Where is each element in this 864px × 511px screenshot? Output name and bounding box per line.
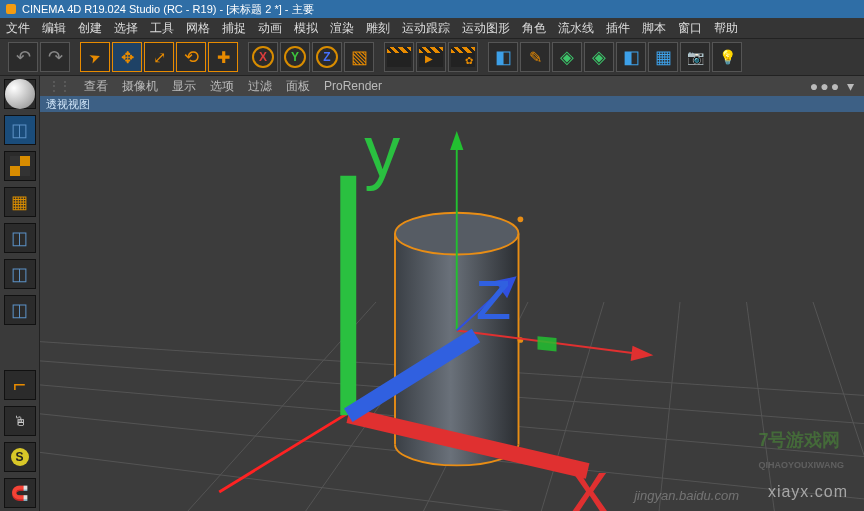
viewport-label: 透视视图: [40, 96, 864, 112]
menu-sculpt[interactable]: 雕刻: [366, 20, 390, 37]
axis-tool-button[interactable]: [4, 370, 36, 400]
light-button[interactable]: [712, 42, 742, 72]
title-text: CINEMA 4D R19.024 Studio (RC - R19) - [未…: [22, 2, 314, 17]
app-icon: [6, 4, 16, 14]
drag-handle-icon: ⋮⋮: [48, 79, 70, 93]
axis-x-icon: X: [252, 46, 274, 68]
render-view-button[interactable]: [384, 42, 414, 72]
menu-character[interactable]: 角色: [522, 20, 546, 37]
menu-script[interactable]: 脚本: [642, 20, 666, 37]
recent-tool[interactable]: [208, 42, 238, 72]
axis-x-toggle[interactable]: X: [248, 42, 278, 72]
viewport-options-icon[interactable]: ●●● ▾: [810, 78, 856, 94]
checker-icon: [10, 156, 30, 176]
vp-filter[interactable]: 过滤: [248, 78, 272, 95]
edge-mode-button[interactable]: [4, 259, 36, 289]
render-settings-button[interactable]: [448, 42, 478, 72]
vp-options[interactable]: 选项: [210, 78, 234, 95]
axis-z-toggle[interactable]: Z: [312, 42, 342, 72]
title-bar: CINEMA 4D R19.024 Studio (RC - R19) - [未…: [0, 0, 864, 18]
viewport-menu-bar: ⋮⋮ 查看 摄像机 显示 选项 过滤 面板 ProRender ●●● ▾: [40, 76, 864, 96]
magnet-button[interactable]: [4, 478, 36, 508]
menu-motiontrack[interactable]: 运动跟踪: [402, 20, 450, 37]
main-toolbar: X Y Z: [0, 38, 864, 76]
generator2-button[interactable]: [584, 42, 614, 72]
vp-camera[interactable]: 摄像机: [122, 78, 158, 95]
menu-create[interactable]: 创建: [78, 20, 102, 37]
model-mode-button[interactable]: [4, 115, 36, 145]
perspective-viewport[interactable]: y x z 7号游戏网 QIHAOYOUXIWANG jingyan.baidu…: [40, 112, 864, 511]
axis-y-toggle[interactable]: Y: [280, 42, 310, 72]
menu-simulate[interactable]: 模拟: [294, 20, 318, 37]
vp-display[interactable]: 显示: [172, 78, 196, 95]
main-area: S ⋮⋮ 查看 摄像机 显示 选项 过滤 面板 ProRender ●●● ▾ …: [0, 76, 864, 511]
vp-view[interactable]: 查看: [84, 78, 108, 95]
menu-mesh[interactable]: 网格: [186, 20, 210, 37]
watermark-source: jingyan.baidu.com: [634, 488, 739, 503]
environment-button[interactable]: [648, 42, 678, 72]
select-tool[interactable]: [80, 42, 110, 72]
undo-button[interactable]: [8, 42, 38, 72]
snap-button[interactable]: S: [4, 442, 36, 472]
texture-mode-button[interactable]: [4, 151, 36, 181]
vp-panel[interactable]: 面板: [286, 78, 310, 95]
menu-snap[interactable]: 捕捉: [222, 20, 246, 37]
primitive-cube-button[interactable]: [488, 42, 518, 72]
menu-window[interactable]: 窗口: [678, 20, 702, 37]
svg-line-30: [348, 335, 476, 415]
menu-help[interactable]: 帮助: [714, 20, 738, 37]
svg-text:y: y: [364, 112, 400, 191]
snap-s-icon: S: [11, 448, 29, 466]
svg-text:z: z: [476, 254, 512, 334]
menu-select[interactable]: 选择: [114, 20, 138, 37]
generator-button[interactable]: [552, 42, 582, 72]
watermark-logo: 7号游戏网 QIHAOYOUXIWANG: [758, 428, 844, 473]
point-mode-button[interactable]: [4, 223, 36, 253]
spline-pen-button[interactable]: [520, 42, 550, 72]
left-tool-panel: S: [0, 76, 40, 511]
move-tool[interactable]: [112, 42, 142, 72]
main-menu-bar: 文件 编辑 创建 选择 工具 网格 捕捉 动画 模拟 渲染 雕刻 运动跟踪 运动…: [0, 18, 864, 38]
mini-axis-icon: y x z: [40, 112, 864, 511]
menu-edit[interactable]: 编辑: [42, 20, 66, 37]
menu-file[interactable]: 文件: [6, 20, 30, 37]
menu-plugins[interactable]: 插件: [606, 20, 630, 37]
watermark-domain: xiayx.com: [768, 483, 848, 501]
svg-text:x: x: [572, 446, 608, 511]
axis-z-icon: Z: [316, 46, 338, 68]
rotate-tool[interactable]: [176, 42, 206, 72]
vp-prorender[interactable]: ProRender: [324, 79, 382, 93]
axis-y-icon: Y: [284, 46, 306, 68]
camera-button[interactable]: [680, 42, 710, 72]
coord-system-button[interactable]: [344, 42, 374, 72]
workplane-mode-button[interactable]: [4, 187, 36, 217]
render-picture-button[interactable]: [416, 42, 446, 72]
deformer-button[interactable]: [616, 42, 646, 72]
menu-animate[interactable]: 动画: [258, 20, 282, 37]
scale-tool[interactable]: [144, 42, 174, 72]
viewport-column: ⋮⋮ 查看 摄像机 显示 选项 过滤 面板 ProRender ●●● ▾ 透视…: [40, 76, 864, 511]
globe-icon: [5, 79, 35, 109]
polygon-mode-button[interactable]: [4, 295, 36, 325]
menu-pipeline[interactable]: 流水线: [558, 20, 594, 37]
tweak-mode-button[interactable]: [4, 406, 36, 436]
redo-button[interactable]: [40, 42, 70, 72]
make-editable-button[interactable]: [4, 79, 36, 109]
menu-tools[interactable]: 工具: [150, 20, 174, 37]
menu-render[interactable]: 渲染: [330, 20, 354, 37]
menu-mograph[interactable]: 运动图形: [462, 20, 510, 37]
svg-line-29: [348, 415, 587, 471]
